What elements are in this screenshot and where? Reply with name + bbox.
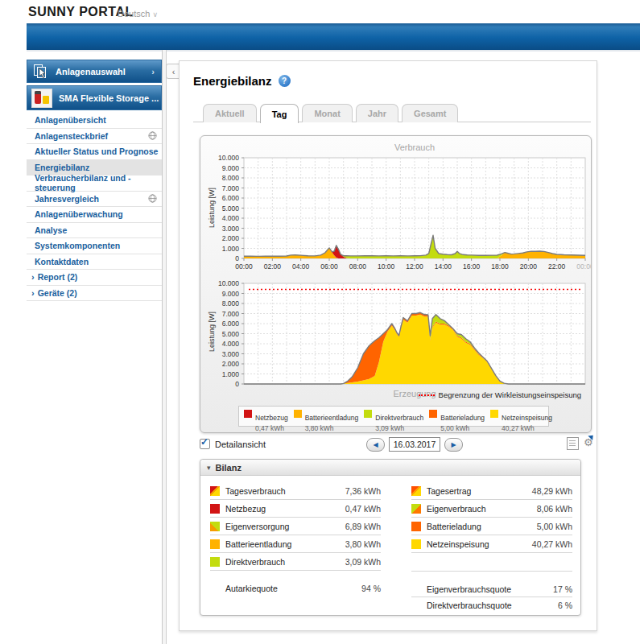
chevron-right-icon: › (31, 272, 35, 282)
svg-text:4.000: 4.000 (222, 214, 240, 222)
next-day-button[interactable]: ▶ (444, 438, 463, 452)
plant-selector-button[interactable]: Anlagenauswahl › (27, 60, 162, 83)
plant-photo (31, 89, 52, 108)
plant-name-button[interactable]: SMA Flexible Storage ... (27, 85, 162, 110)
sidebar-item-anlagensteckbrief[interactable]: Anlagensteckbrief (27, 129, 162, 145)
globe-icon (148, 131, 157, 140)
table-row: Tagesverbrauch7,36 kWh (210, 482, 381, 500)
chart-tools: ⚙ (567, 437, 593, 450)
chevron-down-icon: ∨ (152, 10, 158, 19)
bilanz-header[interactable]: ▾ Bilanz (200, 460, 580, 476)
sidebar-item-anlagenuebersicht[interactable]: Anlagenübersicht (27, 113, 162, 129)
svg-text:18:00: 18:00 (491, 262, 509, 270)
sidebar-separator (162, 50, 167, 644)
energy-charts-svg: 01.0002.0003.0004.0005.0006.0007.0008.00… (200, 136, 591, 403)
sidebar-item-geraete[interactable]: ›Geräte (2) (27, 286, 162, 302)
detail-view-checkbox[interactable]: ✓ (200, 439, 210, 449)
sidebar-item-jahresvergleich[interactable]: Jahresvergleich (27, 192, 162, 208)
tab-bar: Aktuell Tag Monat Jahr Gesamt (193, 104, 591, 122)
export-icon[interactable] (567, 437, 579, 450)
limit-legend: Begrenzung der Wirkleistungseinspeisung (419, 390, 581, 399)
tab-gesamt[interactable]: Gesamt (402, 104, 458, 122)
y-axis-label-erzeugung: Leistung [W] (208, 291, 216, 372)
eigenversorgung-icon (210, 522, 220, 531)
batterieladung-icon (411, 522, 421, 531)
page-title-row: Energiebilanz ? (193, 74, 291, 88)
energy-charts-panel: 01.0002.0003.0004.0005.0006.0007.0008.00… (200, 135, 592, 433)
svg-text:10.000: 10.000 (218, 279, 239, 287)
svg-text:08:00: 08:00 (349, 262, 367, 270)
svg-text:02:00: 02:00 (264, 262, 282, 270)
legend-item: Netzeinspeisung40,27 kWh (490, 409, 552, 432)
svg-text:16:00: 16:00 (463, 262, 481, 270)
svg-text:2.000: 2.000 (222, 360, 240, 368)
eigenverbrauch-icon (411, 504, 421, 514)
date-input[interactable] (389, 437, 440, 452)
svg-text:14:00: 14:00 (435, 262, 452, 270)
direktverbrauch-swatch (364, 410, 372, 418)
svg-text:10.000: 10.000 (218, 154, 239, 162)
batterieladung-swatch (429, 410, 437, 418)
help-icon[interactable]: ? (279, 75, 291, 87)
check-icon: ✓ (200, 436, 208, 448)
svg-text:9.000: 9.000 (222, 290, 240, 298)
table-row: Netzeinspeisung40,27 kWh (411, 535, 572, 553)
tab-monat[interactable]: Monat (302, 104, 352, 122)
settings-icon[interactable]: ⚙ (584, 437, 593, 450)
legend-item: Direktverbrauch3,09 kWh (364, 409, 423, 432)
svg-text:22:00: 22:00 (548, 262, 566, 270)
sidebar-item-analyse[interactable]: Analyse (27, 223, 162, 239)
chevron-right-icon: › (151, 67, 155, 76)
svg-text:5.000: 5.000 (222, 330, 240, 338)
svg-text:7.000: 7.000 (222, 310, 240, 318)
svg-text:8.000: 8.000 (222, 299, 240, 308)
batterieentladung-icon (210, 539, 220, 549)
svg-text:7.000: 7.000 (222, 184, 240, 192)
tab-aktuell[interactable]: Aktuell (203, 104, 257, 122)
svg-text:0: 0 (235, 254, 239, 262)
table-row: Direktverbrauchsquote6 % (411, 597, 572, 613)
netzeinspeisung-icon (411, 539, 421, 549)
chevron-right-icon: › (31, 288, 35, 298)
y-axis-label-verbrauch: Leistung [W] (208, 167, 216, 248)
sidebar-item-systemkomponenten[interactable]: Systemkomponenten (27, 238, 162, 254)
header-divider (27, 50, 640, 52)
language-selector[interactable]: Deutsch ∨ (118, 9, 158, 19)
svg-text:Verbrauch: Verbrauch (394, 142, 435, 152)
previous-day-button[interactable]: ◀ (366, 438, 385, 452)
table-row: Batterieladung5,00 kWh (411, 518, 572, 535)
legend-item: Netzbezug0,47 kWh (244, 409, 288, 432)
plant-selector-icon (33, 64, 49, 79)
svg-text:1.000: 1.000 (222, 245, 240, 253)
chart-legend: Netzbezug0,47 kWh Batterieentladung3,80 … (238, 406, 549, 427)
bilanz-title: Bilanz (216, 463, 242, 473)
svg-text:00:00: 00:00 (235, 262, 253, 270)
sidebar-item-report[interactable]: ›Report (2) (27, 270, 162, 286)
tagesverbrauch-icon (210, 486, 220, 496)
sidebar-item-anlagenueberwachung[interactable]: Anlagenüberwachung (27, 207, 162, 223)
bilanz-right-column: Tagesertrag48,29 kWh Eigenverbrauch8,06 … (411, 482, 572, 613)
legend-item: Batterieentladung3,80 kWh (294, 409, 359, 432)
arrow-right-icon: ▶ (451, 441, 456, 448)
svg-text:3.000: 3.000 (222, 225, 240, 233)
page-title: Energiebilanz (193, 74, 272, 88)
bilanz-panel: ▾ Bilanz Tagesverbrauch7,36 kWh Netzbezu… (200, 459, 581, 616)
bilanz-left-column: Tagesverbrauch7,36 kWh Netzbezug0,47 kWh… (210, 482, 381, 597)
sidebar-item-verbraucherbilanz[interactable]: Verbraucherbilanz und -steuerung (27, 175, 162, 192)
tab-jahr[interactable]: Jahr (356, 104, 398, 122)
spacer-row (411, 553, 572, 572)
tab-tag[interactable]: Tag (260, 104, 299, 123)
panel-caret-icon: ▾ (207, 464, 211, 472)
direktverbrauch-icon (210, 557, 220, 567)
detail-view-control: ✓ Detailansicht (200, 439, 266, 449)
sidebar-item-status-prognose[interactable]: Aktueller Status und Prognose (27, 144, 162, 160)
table-row: Eigenverbrauchsquote17 % (411, 581, 572, 597)
svg-text:2.000: 2.000 (222, 234, 240, 242)
table-row: Eigenversorgung6,89 kWh (210, 518, 381, 535)
svg-text:00:00: 00:00 (576, 262, 591, 270)
date-navigation: ◀ ▶ (366, 437, 463, 452)
svg-text:8.000: 8.000 (222, 174, 240, 182)
legend-item: Batterieladung5,00 kWh (429, 409, 485, 432)
sidebar-item-kontaktdaten[interactable]: Kontaktdaten (27, 254, 162, 270)
table-row: Netzbezug0,47 kWh (210, 500, 381, 518)
